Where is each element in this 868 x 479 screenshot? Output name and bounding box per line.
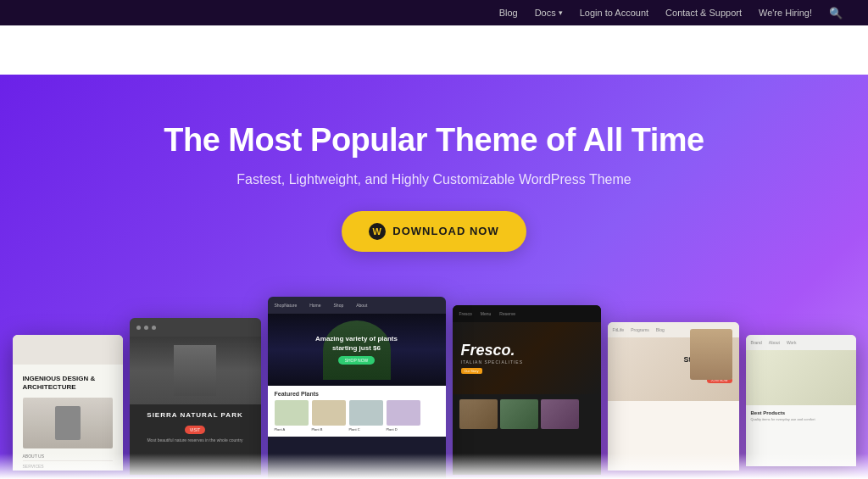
sc4-body — [453, 394, 601, 434]
sc1-header — [13, 335, 123, 365]
screenshot-architecture: INGENIOUS DESIGN &ARCHITECTURE ABOUT US … — [13, 335, 123, 471]
screenshot-park: SIERRA NATURAL PARK VISIT Most beautiful… — [130, 318, 261, 475]
hero-title: The Most Popular Theme of All Time — [164, 121, 704, 160]
nav-starter-templates[interactable]: Starter Templates — [284, 44, 374, 57]
sc5-person-image — [690, 329, 732, 380]
sc4-hero: Fresco. ITALIAN SPECIALITIES Our Story — [453, 322, 601, 394]
sc3-header: ShopNature Home Shop About — [268, 297, 446, 314]
hero-subtitle: Fastest, Lightweight, and Highly Customi… — [236, 172, 631, 187]
logo[interactable]: ASTRA — [25, 36, 126, 64]
screenshot-generic: Brand About Work Best Products Quality i… — [746, 335, 856, 466]
nav-pro[interactable]: Pro — [394, 44, 412, 57]
sc5-hero: Stay Healthy!Stay Fit! JOIN NOW — [608, 337, 739, 401]
sc1-title: INGENIOUS DESIGN &ARCHITECTURE — [23, 375, 113, 393]
sc2-title: SIERRA NATURAL PARK — [130, 404, 261, 426]
wordpress-icon: W — [369, 223, 386, 240]
screenshots-showcase: INGENIOUS DESIGN &ARCHITECTURE ABOUT US … — [53, 284, 815, 479]
screenshot-plants: ShopNature Home Shop About Amazing varie… — [268, 297, 446, 479]
login-link[interactable]: Login to Account — [580, 8, 648, 18]
sc3-hero-image: Amazing variety of plantsstarting just $… — [268, 314, 446, 386]
sc6-body: Best Products Quality items for everyday… — [746, 405, 856, 427]
sc2-text: Most beautiful nature reserves in the wh… — [130, 434, 261, 446]
sc2-badge: VISIT — [185, 426, 206, 434]
sc6-header: Brand About Work — [746, 335, 856, 350]
nav-woocommerce[interactable]: WooCommerce — [498, 44, 577, 57]
nav-testimonials[interactable]: Testimonials — [597, 44, 659, 57]
logo-icon — [25, 36, 53, 64]
cta-label: DOWNLOAD NOW — [392, 225, 498, 237]
nav-links: Starter Templates Pro Features WooCommer… — [284, 36, 843, 65]
sc3-headline: Amazing variety of plantsstarting just $… — [315, 335, 398, 353]
screenshot-fresco: Fresco Menu Reserve Fresco. ITALIAN SPEC… — [453, 305, 601, 475]
cta-download-button[interactable]: W DOWNLOAD NOW — [342, 211, 526, 252]
docs-link[interactable]: Docs ▾ — [535, 8, 563, 18]
screenshot-fitness: FitLife Programs Blog Stay Healthy!Stay … — [608, 322, 739, 471]
white-fade-overlay — [0, 454, 868, 479]
sc6-hero-image — [746, 350, 856, 405]
logo-text: ASTRA — [59, 41, 126, 60]
chevron-down-icon: ▾ — [559, 8, 563, 17]
sc2-header — [130, 318, 261, 337]
blog-link[interactable]: Blog — [499, 8, 518, 18]
utility-bar: Blog Docs ▾ Login to Account Contact & S… — [0, 0, 868, 25]
sc4-tagline: ITALIAN SPECIALITIES — [461, 359, 524, 365]
sc4-header: Fresco Menu Reserve — [453, 305, 601, 322]
nav-pricing[interactable]: Pricing — [681, 44, 715, 57]
hiring-link[interactable]: We're Hiring! — [759, 8, 812, 18]
download-button[interactable]: DOWNLOAD — [736, 36, 843, 65]
contact-link[interactable]: Contact & Support — [665, 8, 742, 18]
sc3-products: Featured Plants Plant A Plant B Plant C — [268, 386, 446, 437]
main-navigation: ASTRA Starter Templates Pro Features Woo… — [0, 25, 868, 75]
hero-section: The Most Popular Theme of All Time Faste… — [0, 75, 868, 479]
sc2-image — [130, 337, 261, 404]
nav-features[interactable]: Features — [432, 44, 477, 57]
search-icon[interactable]: 🔍 — [829, 7, 843, 19]
sc1-image — [23, 398, 113, 448]
sc3-cta: SHOP NOW — [338, 356, 376, 365]
sc4-brand-name: Fresco. — [461, 343, 515, 358]
